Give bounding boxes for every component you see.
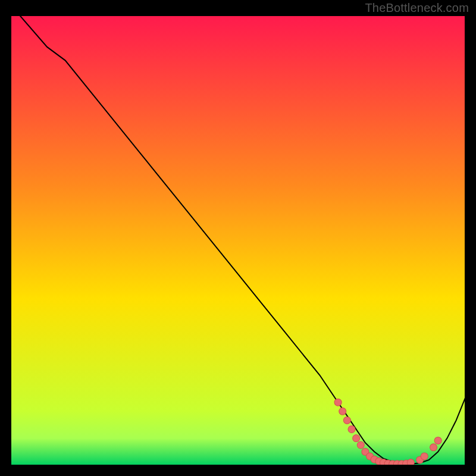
watermark-text: TheBottleneck.com [365,1,469,15]
data-point [430,444,437,451]
chart-page: TheBottleneck.com [0,0,476,476]
data-point [334,399,342,406]
plot-svg [11,15,465,465]
data-point [353,435,360,442]
data-point [407,459,414,466]
plot-area [11,15,465,465]
data-point [357,441,364,449]
plot-background [11,15,465,465]
data-point [421,453,428,460]
data-point [339,408,346,415]
data-point [343,416,350,424]
data-point [348,426,355,433]
data-point [434,437,441,444]
